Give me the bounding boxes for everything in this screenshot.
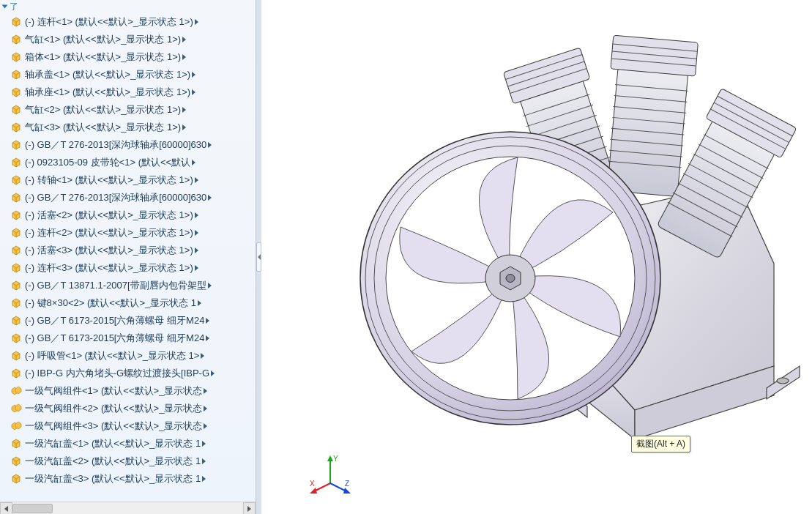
tree-item-label: (-) 连杆<1> (默认<<默认>_显示状态 1>) (25, 15, 193, 29)
splitter-grip-icon (256, 242, 261, 272)
tree-item[interactable]: 气缸<2> (默认<<默认>_显示状态 1>) (10, 101, 256, 119)
tree-item-label: 气缸<3> (默认<<默认>_显示状态 1>) (25, 121, 181, 134)
tree-item[interactable]: (-) 0923105-09 皮带轮<1> (默认<<默认 (10, 154, 256, 171)
part-icon (10, 17, 22, 27)
scroll-track[interactable] (12, 502, 243, 514)
tree-item[interactable]: (-) 转轴<1> (默认<<默认>_显示状态 1>) (10, 171, 256, 189)
chevron-right-icon[interactable] (182, 37, 186, 42)
chevron-right-icon[interactable] (195, 19, 198, 25)
tree-item[interactable]: 一级气阀组件<2> (默认<<默认>_显示状态 (10, 400, 256, 417)
tree-item-label: 轴承盖<1> (默认<<默认>_显示状态 1>) (25, 68, 190, 81)
chevron-right-icon[interactable] (208, 142, 212, 148)
tree-item[interactable]: (-) GB／T 13871.1-2007[带副唇内包骨架型 (10, 277, 256, 294)
tree-item[interactable]: (-) 活塞<2> (默认<<默认>_显示状态 1>) (10, 206, 256, 224)
tree-header[interactable]: 了 (0, 0, 256, 13)
triad-z-label: Z (345, 480, 349, 488)
chevron-right-icon[interactable] (195, 177, 198, 183)
chevron-right-icon[interactable] (201, 353, 204, 359)
tree-item[interactable]: 一级汽缸盖<1> (默认<<默认>_显示状态 1 (10, 435, 256, 452)
3d-viewport[interactable]: Y X Z 截图(Alt + A) (261, 0, 812, 514)
tree-item[interactable]: (-) GB／T 6173-2015[六角薄螺母 细牙M24 (10, 329, 256, 347)
chevron-right-icon[interactable] (204, 423, 207, 429)
scroll-thumb[interactable] (12, 504, 53, 513)
tree-item-label: 一级汽缸盖<2> (默认<<默认>_显示状态 1 (25, 455, 201, 468)
tree-item-label: (-) GB／T 6173-2015[六角薄螺母 细牙M24 (25, 332, 204, 345)
tree-item[interactable]: 箱体<1> (默认<<默认>_显示状态 1>) (10, 48, 256, 66)
part-icon (10, 439, 22, 449)
tree-item[interactable]: (-) 呼吸管<1> (默认<<默认>_显示状态 1> (10, 347, 256, 365)
chevron-right-icon[interactable] (198, 300, 201, 306)
assembly-icon (10, 386, 22, 396)
tree-item[interactable]: 一级气阀组件<3> (默认<<默认>_显示状态 (10, 417, 256, 435)
chevron-right-icon[interactable] (204, 406, 207, 411)
scroll-right-button[interactable] (243, 502, 256, 514)
part-icon (10, 87, 22, 97)
tree-item[interactable]: 一级气阀组件<1> (默认<<默认>_显示状态 (10, 382, 256, 400)
tree-item-label: (-) 0923105-09 皮带轮<1> (默认<<默认 (25, 156, 190, 169)
tree-item[interactable]: 气缸<1> (默认<<默认>_显示状态 1>) (10, 31, 256, 48)
tree-item-label: (-) 转轴<1> (默认<<默认>_显示状态 1>) (25, 174, 193, 187)
tree-item[interactable]: (-) IBP-G 内六角堵头-G螺纹过渡接头[IBP-G (10, 365, 256, 382)
tree-item[interactable]: 一级汽缸盖<2> (默认<<默认>_显示状态 1 (10, 452, 256, 470)
horizontal-scrollbar[interactable] (0, 502, 256, 514)
tree-item[interactable]: (-) 连杆<1> (默认<<默认>_显示状态 1>) (10, 13, 256, 31)
chevron-right-icon[interactable] (202, 476, 206, 482)
part-icon (10, 333, 22, 343)
tree-item-label: 一级气阀组件<1> (默认<<默认>_显示状态 (25, 384, 202, 398)
part-icon (10, 157, 22, 168)
chevron-right-icon[interactable] (195, 247, 198, 253)
triad-x-label: X (310, 480, 315, 488)
part-icon (10, 280, 22, 291)
chevron-right-icon[interactable] (208, 283, 212, 288)
part-icon (10, 298, 22, 308)
chevron-right-icon[interactable] (204, 388, 207, 394)
tree-item[interactable]: (-) 键8×30<2> (默认<<默认>_显示状态 1 (10, 294, 256, 312)
svg-marker-107 (343, 488, 351, 493)
tree-item[interactable]: (-) GB／T 6173-2015[六角薄螺母 细牙M24 (10, 312, 256, 329)
tree-item[interactable]: (-) GB／T 276-2013[深沟球轴承[60000]630 (10, 189, 256, 206)
chevron-right-icon[interactable] (195, 212, 198, 218)
part-icon (10, 175, 22, 185)
svg-point-101 (506, 275, 515, 283)
chevron-right-icon[interactable] (202, 441, 206, 447)
part-icon (10, 210, 22, 220)
tree-item[interactable]: 一级汽缸盖<3> (默认<<默认>_显示状态 1 (10, 470, 256, 488)
part-icon (10, 456, 22, 466)
tree-item-label: 一级气阀组件<2> (默认<<默认>_显示状态 (25, 402, 202, 415)
chevron-right-icon[interactable] (182, 54, 186, 60)
tree-item[interactable]: (-) 连杆<2> (默认<<默认>_显示状态 1>) (10, 224, 256, 242)
tree-item-label: (-) GB／T 6173-2015[六角薄螺母 细牙M24 (25, 314, 204, 327)
tree-item[interactable]: (-) GB／T 276-2013[深沟球轴承[60000]630 (10, 136, 256, 154)
tree-item[interactable]: 轴承盖<1> (默认<<默认>_显示状态 1>) (10, 66, 256, 83)
part-icon (10, 368, 22, 379)
chevron-right-icon[interactable] (208, 195, 212, 201)
svg-marker-103 (327, 455, 333, 461)
feature-tree-panel: 了 (-) 连杆<1> (默认<<默认>_显示状态 1>) 气缸<1> (默认<… (0, 0, 256, 514)
chevron-right-icon[interactable] (206, 335, 209, 341)
chevron-right-icon[interactable] (195, 265, 198, 271)
chevron-down-icon (2, 5, 8, 9)
panel-splitter[interactable] (256, 0, 261, 514)
tree-item[interactable]: 气缸<3> (默认<<默认>_显示状态 1>) (10, 119, 256, 136)
chevron-right-icon[interactable] (206, 318, 209, 324)
triad-y-label: Y (333, 455, 338, 463)
part-icon (10, 351, 22, 361)
chevron-right-icon[interactable] (192, 160, 195, 165)
chevron-right-icon[interactable] (202, 458, 206, 464)
chevron-right-icon[interactable] (192, 72, 195, 78)
part-icon (10, 34, 22, 45)
scroll-left-button[interactable] (0, 502, 12, 514)
tree-item-label: 气缸<1> (默认<<默认>_显示状态 1>) (25, 33, 181, 46)
tree-item[interactable]: 轴承座<1> (默认<<默认>_显示状态 1>) (10, 83, 256, 101)
chevron-right-icon[interactable] (182, 107, 186, 113)
chevron-right-icon[interactable] (182, 124, 186, 130)
chevron-right-icon[interactable] (211, 370, 215, 376)
model-render (261, 0, 812, 514)
chevron-right-icon[interactable] (192, 89, 195, 95)
part-icon (10, 105, 22, 115)
tree-item[interactable]: (-) 活塞<3> (默认<<默认>_显示状态 1>) (10, 242, 256, 259)
tree-item[interactable]: (-) 连杆<3> (默认<<默认>_显示状态 1>) (10, 259, 256, 277)
orientation-triad[interactable]: Y X Z (308, 454, 352, 498)
triangle-left-icon (4, 506, 8, 512)
chevron-right-icon[interactable] (195, 230, 198, 236)
